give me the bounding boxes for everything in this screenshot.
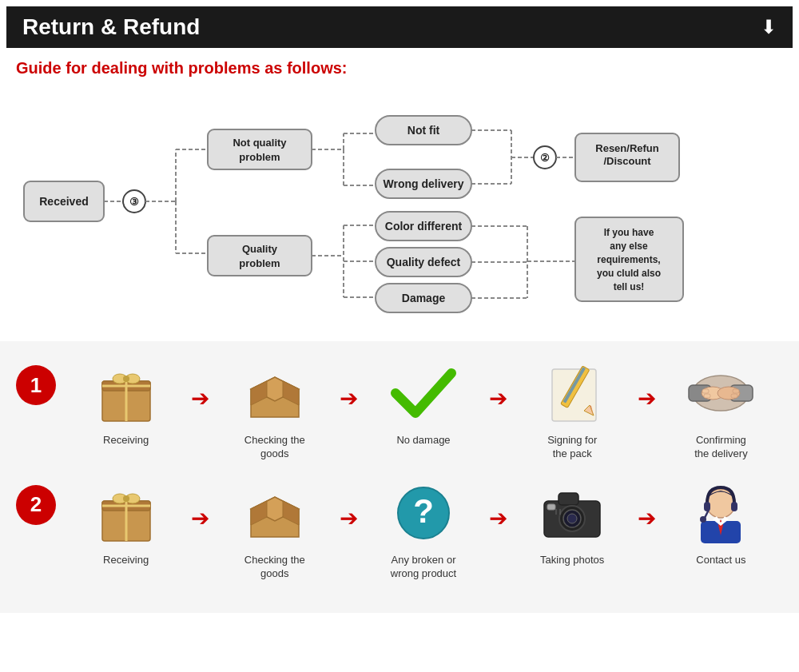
svg-text:/Discount: /Discount	[603, 155, 651, 167]
svg-point-99	[567, 514, 577, 523]
guide-title: Guide for dealing with problems as follo…	[0, 48, 799, 85]
step-items-2: Receiving ➔ Checking thegoods ➔	[64, 477, 783, 581]
flowchart-svg: Received ③ Not quality problem Quality	[16, 93, 783, 317]
step-item-photos: Taking photos	[511, 477, 634, 567]
step-label-nodamage: No damage	[396, 434, 450, 447]
arrow-icon-2a: ➔	[188, 477, 213, 531]
step-label-receiving-1: Receiving	[103, 434, 149, 447]
header-arrow-icon: ⬇	[761, 16, 777, 38]
step-item-checking-2: Checking thegoods	[213, 477, 336, 581]
svg-text:Quality defect: Quality defect	[387, 256, 461, 268]
step-num-2: 2	[16, 485, 56, 525]
svg-text:Color different: Color different	[385, 220, 463, 233]
step-item-signing: Signing forthe pack	[511, 357, 634, 461]
svg-text:tell us!: tell us!	[614, 281, 645, 292]
svg-text:If you have: If you have	[604, 227, 654, 238]
step-label-receiving-2: Receiving	[103, 554, 149, 567]
step-label-photos: Taking photos	[540, 554, 604, 567]
handshake-icon	[677, 357, 765, 429]
svg-text:②: ②	[540, 152, 550, 164]
step-items-1: Receiving ➔ Checking theg	[64, 357, 783, 461]
svg-rect-80	[733, 389, 739, 393]
svg-rect-105	[704, 502, 710, 511]
step-item-nodamage: No damage	[361, 357, 485, 447]
svg-rect-13	[208, 236, 312, 276]
step-label-checking-1: Checking thegoods	[244, 434, 305, 461]
step-row-2: 2 Receiving ➔	[16, 477, 783, 581]
arrow-icon-2d: ➔	[634, 477, 659, 531]
svg-text:③: ③	[129, 196, 139, 208]
svg-rect-106	[731, 502, 737, 511]
step-label-checking-2: Checking thegoods	[244, 554, 305, 581]
box-open-icon	[231, 357, 319, 429]
flowchart-section: Received ③ Not quality problem Quality	[0, 85, 799, 333]
step-num-1: 1	[16, 365, 56, 405]
svg-point-88	[123, 495, 129, 502]
step-item-broken: ? Any broken orwrong product	[361, 477, 485, 581]
svg-rect-81	[731, 394, 737, 398]
arrow-icon-1b: ➔	[336, 357, 361, 412]
step-item-receiving-1: Receiving	[64, 357, 188, 447]
svg-text:requirements,: requirements,	[597, 254, 660, 265]
arrow-icon-1a: ➔	[188, 357, 213, 412]
step-item-confirming: Confirmingthe delivery	[659, 357, 783, 461]
step-item-receiving-2: Receiving	[64, 477, 188, 567]
box-closed-icon	[82, 357, 170, 429]
arrow-icon-1c: ➔	[486, 357, 511, 412]
header: Return & Refund ⬇	[6, 6, 793, 48]
svg-rect-79	[704, 394, 710, 398]
svg-text:Resen/Refun: Resen/Refun	[595, 142, 659, 154]
svg-text:?: ?	[413, 492, 434, 530]
box-open-icon-2	[231, 477, 319, 549]
step-item-checking-1: Checking thegoods	[213, 357, 336, 461]
svg-rect-10	[208, 129, 312, 169]
header-title: Return & Refund	[22, 14, 200, 40]
steps-section: 1 Receivin	[0, 341, 799, 613]
svg-text:problem: problem	[239, 151, 280, 163]
person-headset-icon	[677, 477, 765, 549]
svg-text:Not quality: Not quality	[233, 137, 287, 149]
step-label-broken: Any broken orwrong product	[391, 554, 456, 581]
step-label-confirming: Confirmingthe delivery	[694, 434, 747, 461]
svg-point-63	[123, 376, 129, 382]
svg-rect-78	[702, 389, 709, 393]
svg-text:Damage: Damage	[402, 292, 446, 304]
flowchart-diagram: Received ③ Not quality problem Quality	[16, 93, 783, 317]
svg-point-108	[700, 516, 706, 523]
svg-text:you cluld also: you cluld also	[597, 268, 661, 279]
svg-text:problem: problem	[239, 257, 280, 269]
svg-rect-100	[547, 504, 555, 510]
arrow-icon-2c: ➔	[486, 477, 511, 531]
checkmark-icon	[380, 357, 467, 429]
svg-rect-96	[559, 493, 578, 505]
svg-text:Quality: Quality	[242, 243, 278, 255]
box-closed-icon-2	[82, 477, 170, 549]
svg-text:Not fit: Not fit	[407, 124, 440, 137]
step-row-1: 1 Receivin	[16, 357, 783, 461]
svg-text:any else: any else	[610, 241, 648, 252]
svg-text:Wrong delivery: Wrong delivery	[384, 177, 464, 190]
svg-text:Received: Received	[39, 195, 88, 208]
pencil-sign-icon	[528, 357, 616, 429]
camera-icon	[528, 477, 616, 549]
question-mark-icon: ?	[380, 477, 467, 549]
step-label-contact: Contact us	[696, 554, 745, 567]
step-item-contact: Contact us	[659, 477, 783, 567]
arrow-icon-1d: ➔	[634, 357, 659, 412]
arrow-icon-2b: ➔	[336, 477, 361, 531]
step-label-signing: Signing forthe pack	[547, 434, 597, 461]
